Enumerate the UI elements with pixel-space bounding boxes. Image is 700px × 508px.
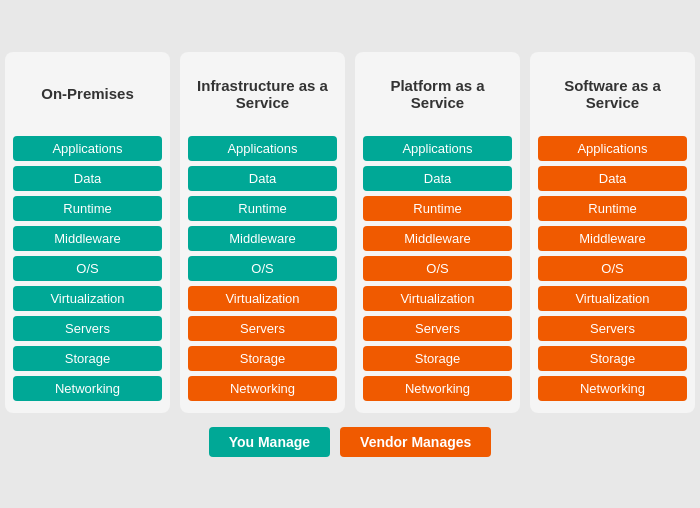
- item-badge: Applications: [13, 136, 162, 161]
- item-badge: Networking: [363, 376, 512, 401]
- legend-row: You ManageVendor Manages: [5, 427, 695, 457]
- items-list-on-premises: ApplicationsDataRuntimeMiddlewareO/SVirt…: [13, 136, 162, 401]
- items-list-paas: ApplicationsDataRuntimeMiddlewareO/SVirt…: [363, 136, 512, 401]
- item-badge: Storage: [13, 346, 162, 371]
- item-badge: Applications: [363, 136, 512, 161]
- item-badge: Applications: [538, 136, 687, 161]
- item-badge: Middleware: [188, 226, 337, 251]
- item-badge: Runtime: [13, 196, 162, 221]
- column-title-on-premises: On-Premises: [41, 64, 134, 124]
- main-container: On-PremisesApplicationsDataRuntimeMiddle…: [5, 52, 695, 457]
- legend-green: You Manage: [209, 427, 330, 457]
- item-badge: O/S: [538, 256, 687, 281]
- item-badge: Servers: [363, 316, 512, 341]
- item-badge: Virtualization: [363, 286, 512, 311]
- items-list-iaas: ApplicationsDataRuntimeMiddlewareO/SVirt…: [188, 136, 337, 401]
- columns-wrapper: On-PremisesApplicationsDataRuntimeMiddle…: [5, 52, 695, 413]
- item-badge: Data: [538, 166, 687, 191]
- item-badge: Servers: [188, 316, 337, 341]
- item-badge: Networking: [13, 376, 162, 401]
- column-on-premises: On-PremisesApplicationsDataRuntimeMiddle…: [5, 52, 170, 413]
- item-badge: Middleware: [538, 226, 687, 251]
- column-title-paas: Platform as a Service: [363, 64, 512, 124]
- item-badge: Data: [363, 166, 512, 191]
- item-badge: O/S: [13, 256, 162, 281]
- item-badge: O/S: [363, 256, 512, 281]
- item-badge: Middleware: [363, 226, 512, 251]
- item-badge: Runtime: [538, 196, 687, 221]
- item-badge: Middleware: [13, 226, 162, 251]
- item-badge: Virtualization: [13, 286, 162, 311]
- column-paas: Platform as a ServiceApplicationsDataRun…: [355, 52, 520, 413]
- item-badge: Runtime: [363, 196, 512, 221]
- column-title-saas: Software as a Service: [538, 64, 687, 124]
- item-badge: Storage: [188, 346, 337, 371]
- item-badge: Runtime: [188, 196, 337, 221]
- item-badge: Servers: [13, 316, 162, 341]
- item-badge: Networking: [188, 376, 337, 401]
- item-badge: Data: [13, 166, 162, 191]
- item-badge: Storage: [538, 346, 687, 371]
- column-saas: Software as a ServiceApplicationsDataRun…: [530, 52, 695, 413]
- item-badge: Applications: [188, 136, 337, 161]
- legend-orange: Vendor Manages: [340, 427, 491, 457]
- item-badge: O/S: [188, 256, 337, 281]
- item-badge: Virtualization: [538, 286, 687, 311]
- items-list-saas: ApplicationsDataRuntimeMiddlewareO/SVirt…: [538, 136, 687, 401]
- item-badge: Storage: [363, 346, 512, 371]
- column-title-iaas: Infrastructure as a Service: [188, 64, 337, 124]
- column-iaas: Infrastructure as a ServiceApplicationsD…: [180, 52, 345, 413]
- item-badge: Data: [188, 166, 337, 191]
- item-badge: Virtualization: [188, 286, 337, 311]
- item-badge: Networking: [538, 376, 687, 401]
- item-badge: Servers: [538, 316, 687, 341]
